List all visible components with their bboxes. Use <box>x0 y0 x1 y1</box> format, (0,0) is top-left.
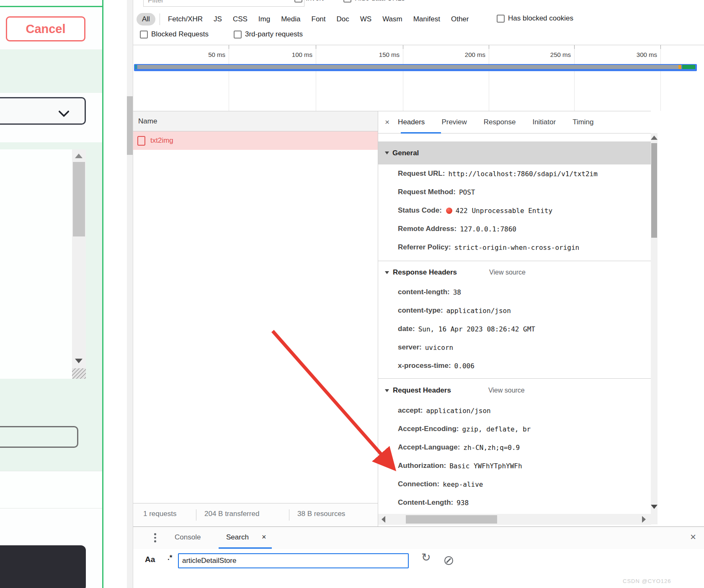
tab-headers[interactable]: Headers <box>398 118 425 126</box>
filter-all[interactable]: All <box>137 13 155 26</box>
dropdown-select[interactable] <box>0 97 86 125</box>
watermark: CSDN @CYO126 <box>623 578 671 584</box>
regex-toggle[interactable]: .* <box>168 554 172 562</box>
panel-vertical-scrollbar[interactable] <box>651 133 658 524</box>
name-header-label: Name <box>138 117 157 126</box>
transferred-size: 204 B transferred <box>204 510 259 518</box>
tab-response[interactable]: Response <box>484 118 516 126</box>
timeline-gridline <box>574 45 575 111</box>
resize-handle[interactable] <box>72 368 86 379</box>
request-name: txt2img <box>150 136 173 145</box>
timeline-gridline <box>403 45 403 111</box>
filter-fetch-xhr[interactable]: Fetch/XHR <box>162 15 208 23</box>
network-toolbar: Filter Invert Hide data URLs All Fetch/X… <box>133 0 704 45</box>
filter-wasm[interactable]: Wasm <box>377 15 408 23</box>
name-column-header[interactable]: Name <box>133 111 378 131</box>
horizontal-scrollbar-thumb[interactable] <box>406 515 497 524</box>
filter-img[interactable]: Img <box>253 15 276 23</box>
filter-ws[interactable]: WS <box>355 15 377 23</box>
search-input[interactable] <box>178 553 409 568</box>
inner-scrollbar[interactable] <box>72 149 86 368</box>
close-search-tab-icon[interactable]: × <box>262 533 266 542</box>
timeline-tick-label: 250 ms <box>533 51 571 58</box>
scroll-down-icon[interactable] <box>651 505 658 509</box>
filter-doc[interactable]: Doc <box>331 15 355 23</box>
inner-scrollbar-thumb[interactable] <box>73 162 85 236</box>
header-value: POST <box>459 188 475 196</box>
header-label: Remote Address: <box>398 225 456 233</box>
has-blocked-cookies-checkbox[interactable] <box>497 15 505 23</box>
tab-initiator[interactable]: Initiator <box>532 118 556 126</box>
view-source-link[interactable]: View source <box>488 387 525 394</box>
scroll-up-icon[interactable] <box>75 154 83 158</box>
scrollable-list[interactable] <box>0 149 86 379</box>
panel-horizontal-scrollbar[interactable] <box>378 514 651 525</box>
error-status-dot-icon <box>446 208 452 214</box>
filter-input[interactable]: Filter <box>143 0 304 7</box>
filter-css[interactable]: CSS <box>227 15 253 23</box>
requests-count: 1 requests <box>143 510 176 518</box>
filter-font[interactable]: Font <box>306 15 331 23</box>
chevron-down-icon <box>58 106 70 117</box>
filter-manifest[interactable]: Manifest <box>408 15 446 23</box>
header-value: uvicorn <box>425 344 453 352</box>
filter-js[interactable]: JS <box>208 15 227 23</box>
timeline-gridline <box>489 45 489 111</box>
response-headers-section-header[interactable]: Response Headers View source <box>385 268 526 277</box>
disclosure-triangle-icon <box>385 151 389 154</box>
filter-placeholder: Filter <box>148 0 164 5</box>
page-scrollbar[interactable] <box>127 0 133 588</box>
close-details-icon[interactable]: × <box>385 118 389 127</box>
tab-search[interactable]: Search <box>226 533 249 542</box>
network-summary-bar: 1 requests 204 B transferred 38 B resour… <box>133 503 378 526</box>
hide-data-urls-checkbox[interactable] <box>343 0 351 3</box>
header-label: Request URL: <box>398 169 445 178</box>
scroll-down-icon[interactable] <box>75 359 83 363</box>
network-overview-bar[interactable] <box>134 64 697 71</box>
webpage-panel: Cancel <box>0 0 103 588</box>
view-source-link[interactable]: View source <box>489 269 526 276</box>
header-row: Referrer Policy: strict-origin-when-cros… <box>398 243 579 252</box>
scroll-up-icon[interactable] <box>651 136 658 140</box>
text-input[interactable] <box>0 426 78 448</box>
kebab-menu-icon[interactable] <box>154 533 156 542</box>
blocked-requests-checkbox[interactable] <box>140 31 148 39</box>
scroll-right-icon[interactable] <box>642 516 646 523</box>
general-section-header[interactable]: General <box>378 141 651 164</box>
page-scrollbar-thumb[interactable] <box>127 96 133 155</box>
devtools-network-panel: Filter Invert Hide data URLs All Fetch/X… <box>133 0 704 588</box>
table-row-txt2img[interactable]: txt2img <box>133 131 378 150</box>
header-label: accept: <box>398 406 423 415</box>
summary-separator <box>289 509 289 521</box>
clear-block-icon[interactable] <box>444 556 453 565</box>
tab-timing[interactable]: Timing <box>572 118 593 126</box>
header-row-status-code: Status Code: 422 Unprocessable Entity <box>398 206 552 215</box>
header-row: accept: application/json <box>398 406 491 415</box>
header-value: application/json <box>426 407 491 415</box>
header-row: server: uvicorn <box>398 343 453 352</box>
filter-media[interactable]: Media <box>276 15 306 23</box>
timeline-tick-label: 300 ms <box>619 51 657 58</box>
request-headers-section-header[interactable]: Request Headers View source <box>385 386 525 395</box>
invert-label: Invert <box>306 0 324 3</box>
header-value: strict-origin-when-cross-origin <box>454 244 580 252</box>
hide-data-urls-label: Hide data URLs <box>355 0 405 3</box>
vertical-scrollbar-thumb[interactable] <box>651 143 657 238</box>
scroll-left-icon[interactable] <box>382 516 385 523</box>
section-divider <box>378 378 651 379</box>
match-case-toggle[interactable]: Aa <box>145 555 155 564</box>
close-drawer-icon[interactable]: × <box>690 531 696 543</box>
tab-preview[interactable]: Preview <box>441 118 467 126</box>
summary-separator <box>196 509 196 521</box>
cancel-button[interactable]: Cancel <box>6 16 85 41</box>
timeline-gridline <box>660 45 661 111</box>
header-row: Connection: keep-alive <box>398 480 483 488</box>
filter-other[interactable]: Other <box>446 15 474 23</box>
section-divider <box>378 261 651 261</box>
third-party-label: 3rd-party requests <box>245 30 303 39</box>
invert-checkbox[interactable] <box>294 0 302 3</box>
tab-console[interactable]: Console <box>175 533 201 542</box>
third-party-checkbox[interactable] <box>234 31 242 39</box>
header-value: 38 <box>453 288 461 296</box>
refresh-icon[interactable]: ↻ <box>421 551 431 564</box>
